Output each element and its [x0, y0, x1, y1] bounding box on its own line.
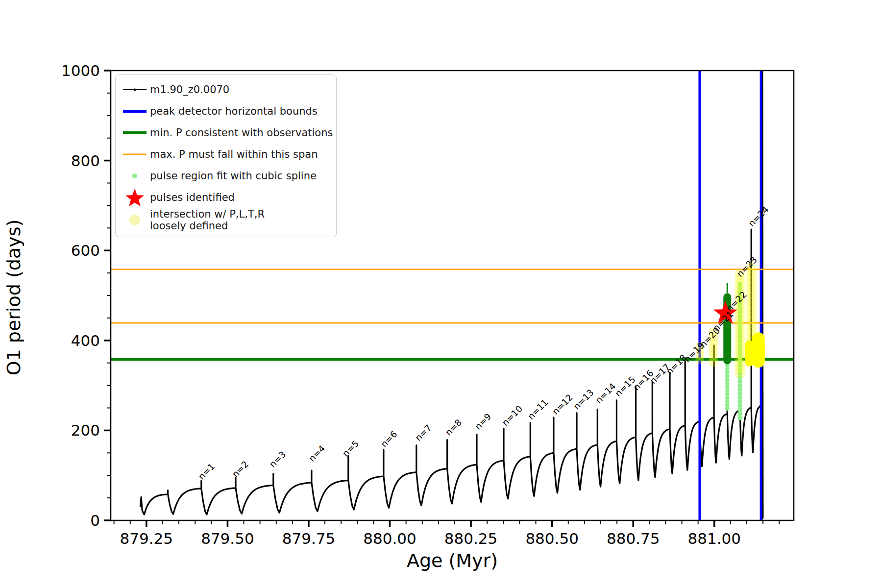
x-tick-label: 880.25 [444, 530, 497, 547]
pulse-label-n-13: n=13 [571, 387, 596, 412]
legend-entry-label: pulse region fit with cubic spline [150, 170, 317, 182]
legend-entry-label: m1.90_z0.0070 [150, 84, 229, 96]
legend-entry-label: min. P consistent with observations [150, 127, 333, 139]
spline-dot [725, 406, 730, 411]
loose-blob-lobe-2 [752, 332, 765, 368]
x-tick-label: 879.50 [201, 530, 254, 547]
dot-icon [120, 209, 150, 231]
dot-icon [120, 165, 150, 187]
legend-entry-1: m1.90_z0.0070 [120, 79, 330, 100]
x-tick-label: 880.50 [525, 530, 578, 547]
y-tick-label: 400 [71, 332, 100, 349]
legend-entry-label: max. P must fall within this span [150, 148, 318, 160]
legend: m1.90_z0.0070peak detector horizontal bo… [115, 74, 337, 237]
legend-entry-label: peak detector horizontal bounds [150, 105, 318, 117]
x-tick-label: 880.00 [363, 530, 416, 547]
y-tick-label: 200 [71, 421, 100, 439]
x-tick-label: 879.75 [282, 530, 335, 547]
legend-entry-6: pulses identified [120, 187, 330, 208]
pulse-label-n-4: n=4 [307, 443, 327, 464]
pulse-label-n-24: n=24 [746, 204, 771, 229]
pulse-label-n-7: n=7 [413, 422, 434, 443]
legend-entry-3: min. P consistent with observations [120, 122, 330, 144]
y-axis-title: O1 period (days) [3, 160, 24, 435]
pulse-label-n-8: n=8 [443, 417, 464, 438]
legend-entry-label: intersection w/ P,L,T,Rloosely defined [150, 208, 265, 232]
x-axis-title: Age (Myr) [111, 550, 794, 571]
legend-entry-2: peak detector horizontal bounds [120, 100, 330, 122]
line-swatch-icon [120, 100, 150, 122]
y-tick-label: 1000 [61, 62, 100, 79]
line-swatch-icon [120, 144, 150, 165]
legend-entry-4: max. P must fall within this span [120, 144, 330, 165]
intersection-dot [709, 357, 718, 367]
y-tick-label: 0 [90, 512, 100, 529]
pulse-label-n-1: n=1 [196, 461, 217, 482]
pulse-label-n-6: n=6 [379, 429, 399, 449]
legend-entry-7: intersection w/ P,L,T,Rloosely defined [120, 208, 330, 232]
y-tick-label: 600 [71, 242, 100, 259]
legend-entry-label: pulses identified [150, 192, 235, 203]
spline-dot [737, 416, 742, 420]
x-tick-label: 880.75 [607, 530, 660, 547]
figure: n=1n=2n=3n=4n=5n=6n=7n=8n=9n=10n=11n=12n… [0, 0, 882, 588]
x-tick-label: 881.00 [688, 530, 741, 547]
x-tick-label: 879.25 [120, 530, 173, 547]
pulse-label-n-11: n=11 [526, 397, 550, 421]
legend-entry-5: pulse region fit with cubic spline [120, 165, 330, 187]
pulse-label-n-2: n=2 [230, 459, 250, 479]
pulse-labels: n=1n=2n=3n=4n=5n=6n=7n=8n=9n=10n=11n=12n… [196, 204, 771, 482]
pulse-label-n-3: n=3 [268, 449, 288, 469]
pulse-label-n-10: n=10 [500, 403, 524, 428]
y-tick-label: 800 [71, 152, 100, 170]
pulse-label-n-9: n=9 [473, 411, 493, 432]
line-swatch-icon [120, 79, 150, 100]
star-icon [120, 187, 150, 208]
line-swatch-icon [120, 122, 150, 144]
intersection-dot [735, 368, 745, 379]
pulse-label-n-5: n=5 [341, 438, 361, 459]
reference-lines [111, 270, 794, 360]
